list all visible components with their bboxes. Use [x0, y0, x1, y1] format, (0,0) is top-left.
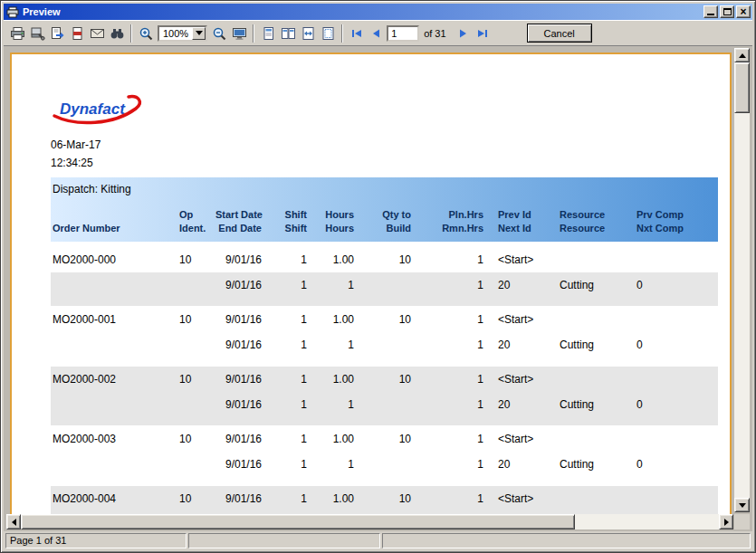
- table-cell: 9/01/16: [214, 332, 263, 358]
- table-cell: 9/01/16: [214, 307, 263, 332]
- table-cell: 10: [177, 486, 214, 511]
- scrollbar-corner: [734, 514, 750, 529]
- prev-page-button[interactable]: [367, 24, 387, 43]
- scroll-left-button[interactable]: [6, 514, 21, 529]
- table-cell: <Start>: [485, 367, 558, 392]
- page-margins-icon: [321, 26, 336, 41]
- column-header: Build: [356, 222, 413, 235]
- table-cell: <Start>: [485, 247, 558, 272]
- view-single-page-button[interactable]: [258, 24, 278, 43]
- table-cell: [356, 272, 413, 298]
- status-panel: [188, 533, 380, 548]
- report-page: Dynafact 06-Mar-17 12:34:25 Dispatch: Ki…: [10, 52, 732, 514]
- window-printer-icon: [6, 6, 19, 18]
- column-header: Resource: [558, 222, 635, 235]
- vertical-scrollbar[interactable]: [734, 48, 750, 512]
- toolbar-separator: [341, 24, 343, 43]
- header-row-2: Order NumberIdent.End DateShiftHoursBuil…: [51, 222, 718, 235]
- table-cell: [177, 272, 214, 298]
- table-cell: [356, 332, 413, 358]
- table-cell: 1: [413, 307, 485, 332]
- page-width-icon: [301, 26, 316, 41]
- next-page-button[interactable]: [453, 24, 473, 43]
- maximize-button[interactable]: [720, 5, 734, 18]
- table-row: 9/01/1611120Cutting0: [51, 332, 718, 358]
- table-cell: [635, 426, 718, 452]
- view-facing-pages-button[interactable]: [278, 24, 298, 43]
- minimize-button[interactable]: [703, 5, 718, 18]
- table-cell: [177, 452, 214, 477]
- zoom-combobox[interactable]: 100%: [158, 25, 207, 42]
- first-page-button[interactable]: [347, 24, 367, 43]
- table-cell: 1.00: [309, 367, 356, 392]
- cancel-button[interactable]: Cancel: [527, 24, 592, 43]
- column-header: Ident.: [177, 222, 214, 235]
- table-cell: [356, 392, 413, 417]
- zoom-dropdown-button[interactable]: [192, 27, 206, 40]
- table-cell: 9/01/16: [214, 452, 263, 477]
- table-cell: 9/01/16: [214, 486, 263, 511]
- table-cell: 9/01/16: [214, 392, 263, 417]
- table-cell: 10: [177, 367, 214, 392]
- table-cell: 1: [263, 486, 309, 511]
- horizontal-scroll-thumb[interactable]: [21, 514, 575, 529]
- table-cell: <Start>: [485, 486, 558, 511]
- export-button[interactable]: [47, 24, 67, 43]
- arrow-up-icon: [739, 53, 746, 58]
- table-cell: MO2000-004: [51, 486, 177, 511]
- column-header: Resource: [558, 208, 635, 222]
- scroll-up-button[interactable]: [734, 48, 750, 62]
- zoom-in-button[interactable]: [136, 24, 156, 43]
- close-button[interactable]: ×: [736, 5, 751, 18]
- last-page-button[interactable]: [473, 24, 493, 43]
- table-cell: 1: [263, 367, 309, 392]
- preview-area: Dynafact 06-Mar-17 12:34:25 Dispatch: Ki…: [4, 45, 752, 531]
- table-row: 9/01/1611120Cutting0: [51, 452, 718, 477]
- table-cell: 10: [177, 426, 214, 452]
- table-cell: 1: [263, 392, 309, 417]
- arrow-right-icon: [724, 519, 729, 526]
- table-cell: 20: [485, 332, 558, 358]
- export-icon: [50, 26, 65, 41]
- print-button[interactable]: [7, 24, 27, 43]
- table-cell: 0: [635, 452, 718, 477]
- zoom-out-button[interactable]: [209, 24, 229, 43]
- table-cell: 1: [309, 272, 356, 298]
- next-page-icon: [455, 26, 470, 41]
- table-cell: 20: [485, 452, 558, 477]
- table-cell: <Start>: [485, 307, 558, 332]
- preview-window: Preview ×: [0, 0, 756, 553]
- order-group: MO2000-002109/01/1611.00101<Start>9/01/1…: [51, 367, 718, 417]
- table-cell: Cutting: [558, 392, 635, 417]
- column-header: Order Number: [51, 222, 177, 235]
- column-header: Prv Comp: [635, 208, 718, 222]
- email-button[interactable]: [87, 24, 107, 43]
- page-number-input[interactable]: [387, 25, 419, 42]
- scroll-right-button[interactable]: [719, 514, 733, 529]
- facing-pages-icon: [281, 26, 296, 41]
- column-header: End Date: [214, 222, 263, 235]
- page-count-label: of 31: [424, 28, 445, 39]
- fit-window-button[interactable]: [229, 24, 249, 43]
- search-button[interactable]: [107, 24, 127, 43]
- table-cell: [51, 452, 177, 477]
- first-page-icon: [349, 26, 364, 41]
- toolbar-separator: [253, 24, 254, 43]
- table-cell: 1: [263, 452, 309, 477]
- vertical-scroll-thumb[interactable]: [734, 62, 750, 113]
- status-panel: [382, 533, 751, 548]
- header-row-1: OpStart DateShiftHoursQty toPln.HrsPrev …: [51, 208, 718, 222]
- vertical-scroll-track[interactable]: [734, 113, 750, 498]
- horizontal-scrollbar[interactable]: [6, 514, 733, 529]
- titlebar[interactable]: Preview ×: [4, 4, 752, 20]
- table-row: 9/01/1611120Cutting0: [51, 272, 718, 298]
- table-cell: 10: [356, 367, 413, 392]
- table-cell: [177, 332, 214, 358]
- scroll-down-button[interactable]: [734, 498, 750, 512]
- print-setup-button[interactable]: [27, 24, 47, 43]
- table-cell: 1: [413, 272, 485, 298]
- view-page-width-button[interactable]: [298, 24, 318, 43]
- export-pdf-button[interactable]: [67, 24, 87, 43]
- horizontal-scroll-track[interactable]: [575, 514, 719, 529]
- view-margins-button[interactable]: [318, 24, 338, 43]
